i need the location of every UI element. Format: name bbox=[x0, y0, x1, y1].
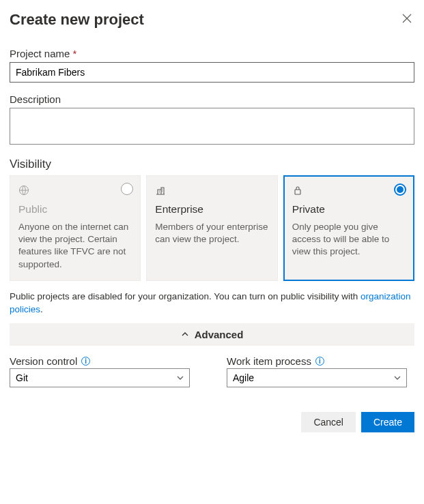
close-button[interactable] bbox=[399, 11, 414, 26]
visibility-option-private[interactable]: Private Only people you give access to w… bbox=[283, 175, 414, 281]
option-description: Anyone on the internet can view the proj… bbox=[18, 221, 132, 271]
lock-icon bbox=[292, 184, 406, 196]
option-description: Only people you give access to will be a… bbox=[292, 221, 406, 258]
required-indicator: * bbox=[73, 48, 77, 59]
radio-indicator-selected bbox=[394, 183, 406, 196]
visibility-label: Visibility bbox=[10, 158, 414, 171]
option-title: Enterprise bbox=[155, 203, 268, 216]
cancel-button[interactable]: Cancel bbox=[301, 412, 356, 432]
option-title: Public bbox=[18, 203, 132, 216]
project-name-label: Project name * bbox=[10, 48, 414, 59]
visibility-option-public: Public Anyone on the internet can view t… bbox=[10, 175, 141, 281]
description-input[interactable] bbox=[10, 108, 414, 145]
visibility-options: Public Anyone on the internet can view t… bbox=[10, 175, 414, 281]
chevron-up-icon bbox=[181, 330, 189, 338]
description-label: Description bbox=[10, 93, 414, 105]
option-description: Members of your enterprise can view the … bbox=[155, 221, 268, 246]
globe-icon bbox=[18, 184, 132, 196]
version-control-select[interactable]: Git bbox=[10, 368, 190, 387]
work-item-process-select[interactable]: Agile bbox=[227, 368, 407, 387]
version-control-label: Version control bbox=[10, 355, 77, 367]
visibility-disabled-note: Public projects are disabled for your or… bbox=[10, 291, 414, 316]
dialog-title: Create new project bbox=[10, 11, 144, 29]
work-item-process-label: Work item process bbox=[227, 355, 311, 367]
info-icon[interactable]: i bbox=[315, 357, 324, 366]
visibility-option-enterprise[interactable]: Enterprise Members of your enterprise ca… bbox=[146, 175, 277, 281]
info-icon[interactable]: i bbox=[81, 357, 90, 366]
building-icon bbox=[155, 184, 268, 196]
project-name-input[interactable] bbox=[10, 62, 414, 83]
svg-rect-1 bbox=[295, 190, 300, 194]
close-icon bbox=[402, 14, 412, 23]
option-title: Private bbox=[292, 203, 406, 216]
create-button[interactable]: Create bbox=[361, 412, 414, 432]
advanced-toggle[interactable]: Advanced bbox=[10, 323, 414, 346]
